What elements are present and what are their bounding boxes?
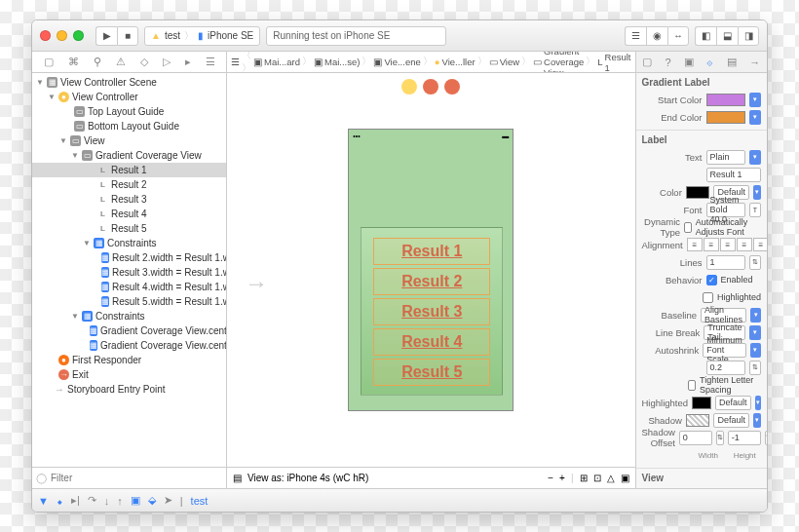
scheme-selector[interactable]: ▲ test 〉 ▮ iPhone SE	[144, 26, 260, 46]
font-field[interactable]: System Bold 40.0	[706, 203, 746, 217]
inspector-panel: ▢?▣⟐▤→ Gradient Label Start Color▾ End C…	[635, 52, 768, 488]
step-into-icon[interactable]: ↓	[104, 495, 110, 507]
toggle-debug-icon[interactable]: ▼	[38, 495, 49, 507]
font-picker-button[interactable]: T	[749, 203, 761, 217]
inspector-tabs[interactable]: ▢?▣⟐▤→	[636, 52, 768, 73]
tree-row-selected: LResult 1	[32, 163, 226, 177]
version-editor-button[interactable]: ↔	[667, 26, 689, 46]
toggle-navigator-button[interactable]: ◧	[695, 26, 716, 46]
result-label[interactable]: Result 5	[373, 359, 490, 386]
navigator-panel: ▢⌘⚲⚠◇▷▸☰ ▼▦View Controller Scene ▼●View …	[32, 52, 227, 488]
canvas-bottom-bar: ▤ View as: iPhone 4s (wC hR) − + | ⊞ ⊡ △…	[227, 467, 635, 488]
connections-inspector-icon: →	[749, 57, 760, 68]
outline-toggle-icon[interactable]: ▤	[233, 473, 242, 483]
step-out-icon[interactable]: ↑	[117, 495, 123, 507]
report-icon: ☰	[206, 56, 215, 68]
filter-input[interactable]	[51, 473, 222, 483]
resolve-icon[interactable]: △	[607, 473, 615, 483]
standard-editor-button[interactable]: ☰	[625, 26, 646, 46]
zoom-icon[interactable]	[73, 30, 84, 41]
attributes-inspector-icon: ⟐	[706, 57, 713, 68]
toolbar: ▶ ■ ▲ test 〉 ▮ iPhone SE Running test on…	[32, 20, 767, 52]
outline-tree[interactable]: ▼▦View Controller Scene ▼●View Controlle…	[32, 73, 226, 467]
highlighted-color[interactable]: Default	[715, 396, 751, 410]
scene-dock-icon[interactable]	[444, 79, 460, 95]
segue-arrow-icon: →	[245, 270, 268, 297]
navigator-tabs[interactable]: ▢⌘⚲⚠◇▷▸☰	[32, 52, 226, 73]
autoshrink-select[interactable]: Minimum Font Scale	[703, 343, 746, 358]
alignment-buttons[interactable]: ≡≡≡≡≡	[687, 238, 767, 251]
test-icon: ◇	[140, 56, 148, 68]
symbol-icon: ⌘	[68, 56, 79, 68]
minimize-icon[interactable]	[57, 30, 67, 41]
stop-button[interactable]: ■	[117, 26, 138, 46]
result-label[interactable]: Result 2	[373, 268, 490, 295]
gradient-coverage-view[interactable]: Result 1 Result 2 Result 3 Result 4 Resu…	[361, 227, 503, 396]
folder-icon: ▢	[44, 56, 54, 68]
xcode-window: ▶ ■ ▲ test 〉 ▮ iPhone SE Running test on…	[31, 19, 768, 513]
scene-dock-icon[interactable]	[423, 79, 438, 95]
text-field[interactable]: Result 1	[706, 168, 762, 182]
highlighted-checkbox[interactable]	[703, 292, 713, 303]
result-label[interactable]: Result 3	[373, 298, 490, 325]
ib-canvas[interactable]: → •••▬ Result 1 Result 2 Result 3 Result…	[227, 73, 635, 467]
jump-bar[interactable]: ☰〈 〉 ▣ Mai...ard〉 ▣ Mai...se)〉 ▣ Vie...e…	[227, 52, 635, 73]
zoom-in-button[interactable]: +	[559, 473, 565, 483]
location-icon[interactable]: ➤	[164, 494, 172, 507]
dynamic-type-checkbox[interactable]	[684, 222, 692, 233]
text-type-select[interactable]: Plain	[706, 150, 746, 165]
debug-icon: ▷	[163, 56, 171, 68]
scheme-target: test	[165, 30, 180, 41]
toggle-debug-button[interactable]: ⬓	[716, 26, 738, 46]
close-icon[interactable]	[40, 30, 51, 41]
stepper[interactable]: ⇅	[749, 361, 761, 375]
process-label[interactable]: test	[191, 495, 209, 507]
file-inspector-icon: ▢	[642, 56, 652, 68]
activity-viewer: Running test on iPhone SE	[266, 26, 446, 46]
editor-area: ☰〈 〉 ▣ Mai...ard〉 ▣ Mai...se)〉 ▣ Vie...e…	[227, 52, 635, 488]
scheme-device: iPhone SE	[208, 30, 253, 41]
assistant-editor-button[interactable]: ◉	[646, 26, 667, 46]
baseline-select[interactable]: Align Baselines	[701, 308, 746, 323]
help-inspector-icon: ?	[666, 57, 671, 68]
view-debug-icon[interactable]: ▣	[131, 494, 140, 507]
shadow-height[interactable]: -1	[728, 431, 761, 445]
enabled-checkbox[interactable]: ✓	[706, 275, 717, 285]
toggle-inspector-button[interactable]: ◨	[738, 26, 759, 46]
stepper[interactable]: ⇅	[749, 255, 761, 270]
warning-icon: ⚠	[116, 56, 126, 68]
breakpoint-icon: ▸	[185, 56, 191, 68]
align-icon[interactable]: ⊞	[580, 473, 588, 483]
result-label[interactable]: Result 4	[373, 328, 490, 356]
view-as-label[interactable]: View as: iPhone 4s (wC hR)	[247, 473, 368, 483]
size-inspector-icon: ▤	[727, 56, 737, 68]
scene-dock-icon[interactable]	[401, 79, 417, 95]
filter-bar[interactable]: ◯	[32, 467, 226, 488]
lines-field[interactable]: 1	[706, 255, 746, 270]
result-label[interactable]: Result 1	[373, 238, 490, 265]
step-over-icon[interactable]: ↷	[88, 494, 96, 507]
pin-icon[interactable]: ⊡	[593, 473, 601, 483]
identity-inspector-icon: ▣	[684, 56, 694, 68]
search-icon: ⚲	[94, 56, 101, 68]
filter-icon: ◯	[36, 473, 47, 483]
debug-bar: ▼ ⬥ ▸| ↷ ↓ ↑ ▣ ⬙ ➤ | test	[32, 488, 767, 512]
scale-field[interactable]: 0.2	[706, 361, 746, 375]
shadow-width[interactable]: 0	[679, 431, 712, 445]
shadow-color[interactable]: Default	[713, 413, 749, 428]
device-preview[interactable]: •••▬ Result 1 Result 2 Result 3 Result 4…	[348, 129, 514, 411]
continue-icon[interactable]: ▸|	[71, 494, 80, 507]
memory-icon[interactable]: ⬙	[148, 494, 156, 507]
embed-icon[interactable]: ▣	[621, 473, 629, 483]
breakpoints-icon[interactable]: ⬥	[57, 495, 63, 507]
tighten-checkbox[interactable]	[688, 380, 696, 391]
zoom-out-button[interactable]: −	[548, 473, 553, 483]
run-button[interactable]: ▶	[95, 26, 117, 46]
